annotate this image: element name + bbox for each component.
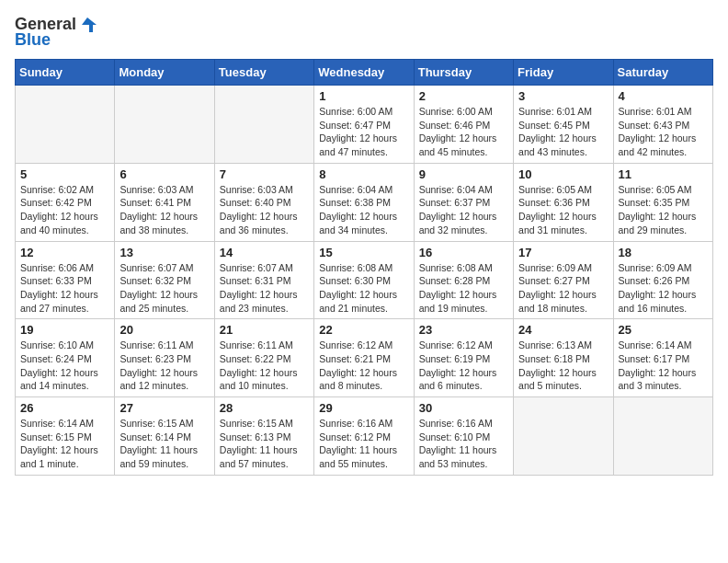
table-row: 6Sunrise: 6:03 AMSunset: 6:41 PMDaylight…: [115, 163, 214, 241]
day-info: Sunrise: 6:07 AMSunset: 6:32 PMDaylight:…: [119, 261, 209, 316]
table-row: 13Sunrise: 6:07 AMSunset: 6:32 PMDayligh…: [115, 241, 214, 319]
col-header-thursday: Thursday: [414, 60, 513, 86]
table-row: 12Sunrise: 6:06 AMSunset: 6:33 PMDayligh…: [16, 241, 115, 319]
day-info: Sunrise: 6:11 AMSunset: 6:23 PMDaylight:…: [119, 339, 209, 393]
table-row: 17Sunrise: 6:09 AMSunset: 6:27 PMDayligh…: [514, 241, 613, 319]
day-number: 15: [319, 246, 408, 259]
day-info: Sunrise: 6:02 AMSunset: 6:42 PMDaylight:…: [20, 183, 109, 237]
day-info: Sunrise: 6:09 AMSunset: 6:27 PMDaylight:…: [518, 261, 608, 316]
day-info: Sunrise: 6:15 AMSunset: 6:13 PMDaylight:…: [220, 417, 309, 471]
table-row: 14Sunrise: 6:07 AMSunset: 6:31 PMDayligh…: [214, 241, 313, 319]
day-info: Sunrise: 6:11 AMSunset: 6:22 PMDaylight:…: [220, 339, 309, 393]
table-row: 3Sunrise: 6:01 AMSunset: 6:45 PMDaylight…: [514, 86, 613, 164]
day-number: 2: [419, 89, 508, 103]
day-number: 27: [119, 401, 209, 415]
day-number: 23: [419, 323, 508, 337]
day-info: Sunrise: 6:01 AMSunset: 6:43 PMDaylight:…: [619, 105, 708, 159]
day-info: Sunrise: 6:06 AMSunset: 6:33 PMDaylight:…: [20, 261, 109, 316]
table-row: [214, 86, 313, 164]
day-info: Sunrise: 6:07 AMSunset: 6:31 PMDaylight:…: [220, 261, 309, 316]
day-number: 4: [619, 89, 708, 103]
calendar-table: SundayMondayTuesdayWednesdayThursdayFrid…: [15, 59, 713, 476]
table-row: [514, 397, 613, 476]
table-row: 15Sunrise: 6:08 AMSunset: 6:30 PMDayligh…: [314, 241, 414, 319]
day-info: Sunrise: 6:14 AMSunset: 6:17 PMDaylight:…: [619, 339, 708, 393]
col-header-saturday: Saturday: [613, 60, 712, 86]
day-number: 12: [20, 246, 109, 259]
table-row: 10Sunrise: 6:05 AMSunset: 6:36 PMDayligh…: [514, 163, 613, 241]
day-info: Sunrise: 6:03 AMSunset: 6:41 PMDaylight:…: [119, 183, 209, 237]
table-row: [115, 86, 214, 164]
day-number: 8: [319, 167, 408, 181]
day-number: 21: [220, 323, 309, 337]
day-info: Sunrise: 6:05 AMSunset: 6:35 PMDaylight:…: [619, 183, 708, 237]
day-number: 29: [319, 401, 408, 415]
day-info: Sunrise: 6:16 AMSunset: 6:12 PMDaylight:…: [319, 417, 408, 471]
calendar-header: SundayMondayTuesdayWednesdayThursdayFrid…: [16, 60, 713, 86]
day-number: 18: [619, 246, 708, 259]
table-row: 27Sunrise: 6:15 AMSunset: 6:14 PMDayligh…: [115, 397, 214, 476]
day-number: 22: [319, 323, 408, 337]
day-number: 16: [419, 246, 508, 259]
table-row: 29Sunrise: 6:16 AMSunset: 6:12 PMDayligh…: [314, 397, 414, 476]
table-row: 20Sunrise: 6:11 AMSunset: 6:23 PMDayligh…: [115, 319, 214, 397]
day-number: 10: [518, 167, 608, 181]
svg-marker-0: [82, 17, 97, 32]
day-number: 11: [619, 167, 708, 181]
col-header-friday: Friday: [514, 60, 613, 86]
day-info: Sunrise: 6:13 AMSunset: 6:18 PMDaylight:…: [518, 339, 608, 393]
day-info: Sunrise: 6:16 AMSunset: 6:10 PMDaylight:…: [419, 417, 508, 471]
day-info: Sunrise: 6:05 AMSunset: 6:36 PMDaylight:…: [518, 183, 608, 237]
table-row: 2Sunrise: 6:00 AMSunset: 6:46 PMDaylight…: [414, 86, 513, 164]
table-row: 21Sunrise: 6:11 AMSunset: 6:22 PMDayligh…: [214, 319, 313, 397]
day-number: 6: [119, 167, 209, 181]
day-info: Sunrise: 6:08 AMSunset: 6:28 PMDaylight:…: [419, 261, 508, 316]
day-number: 5: [20, 167, 109, 181]
table-row: 26Sunrise: 6:14 AMSunset: 6:15 PMDayligh…: [16, 397, 115, 476]
day-number: 9: [419, 167, 508, 181]
day-number: 24: [518, 323, 608, 337]
logo-bird-icon: [78, 16, 97, 34]
table-row: 9Sunrise: 6:04 AMSunset: 6:37 PMDaylight…: [414, 163, 513, 241]
day-number: 17: [518, 246, 608, 259]
table-row: [613, 397, 712, 476]
day-number: 13: [119, 246, 209, 259]
day-info: Sunrise: 6:01 AMSunset: 6:45 PMDaylight:…: [518, 105, 608, 159]
day-info: Sunrise: 6:14 AMSunset: 6:15 PMDaylight:…: [20, 417, 109, 471]
logo: General Blue: [15, 15, 97, 50]
table-row: 1Sunrise: 6:00 AMSunset: 6:47 PMDaylight…: [314, 86, 414, 164]
col-header-tuesday: Tuesday: [214, 60, 313, 86]
day-number: 25: [619, 323, 708, 337]
day-number: 7: [220, 167, 309, 181]
day-info: Sunrise: 6:12 AMSunset: 6:19 PMDaylight:…: [419, 339, 508, 393]
day-number: 20: [119, 323, 209, 337]
table-row: 7Sunrise: 6:03 AMSunset: 6:40 PMDaylight…: [214, 163, 313, 241]
day-number: 14: [220, 246, 309, 259]
table-row: 5Sunrise: 6:02 AMSunset: 6:42 PMDaylight…: [16, 163, 115, 241]
table-row: 30Sunrise: 6:16 AMSunset: 6:10 PMDayligh…: [414, 397, 513, 476]
page-header: General Blue: [15, 15, 713, 50]
day-info: Sunrise: 6:03 AMSunset: 6:40 PMDaylight:…: [220, 183, 309, 237]
day-info: Sunrise: 6:04 AMSunset: 6:38 PMDaylight:…: [319, 183, 408, 237]
logo-blue: Blue: [15, 30, 51, 50]
col-header-wednesday: Wednesday: [314, 60, 414, 86]
day-info: Sunrise: 6:04 AMSunset: 6:37 PMDaylight:…: [419, 183, 508, 237]
day-info: Sunrise: 6:08 AMSunset: 6:30 PMDaylight:…: [319, 261, 408, 316]
table-row: 22Sunrise: 6:12 AMSunset: 6:21 PMDayligh…: [314, 319, 414, 397]
table-row: 25Sunrise: 6:14 AMSunset: 6:17 PMDayligh…: [613, 319, 712, 397]
table-row: 8Sunrise: 6:04 AMSunset: 6:38 PMDaylight…: [314, 163, 414, 241]
day-info: Sunrise: 6:10 AMSunset: 6:24 PMDaylight:…: [20, 339, 109, 393]
table-row: 11Sunrise: 6:05 AMSunset: 6:35 PMDayligh…: [613, 163, 712, 241]
table-row: 28Sunrise: 6:15 AMSunset: 6:13 PMDayligh…: [214, 397, 313, 476]
day-info: Sunrise: 6:12 AMSunset: 6:21 PMDaylight:…: [319, 339, 408, 393]
day-number: 3: [518, 89, 608, 103]
day-info: Sunrise: 6:00 AMSunset: 6:46 PMDaylight:…: [419, 105, 508, 159]
table-row: 19Sunrise: 6:10 AMSunset: 6:24 PMDayligh…: [16, 319, 115, 397]
col-header-sunday: Sunday: [16, 60, 115, 86]
day-number: 30: [419, 401, 508, 415]
day-number: 19: [20, 323, 109, 337]
day-info: Sunrise: 6:00 AMSunset: 6:47 PMDaylight:…: [319, 105, 408, 159]
table-row: 24Sunrise: 6:13 AMSunset: 6:18 PMDayligh…: [514, 319, 613, 397]
day-number: 26: [20, 401, 109, 415]
logo-container: General Blue: [15, 15, 97, 50]
